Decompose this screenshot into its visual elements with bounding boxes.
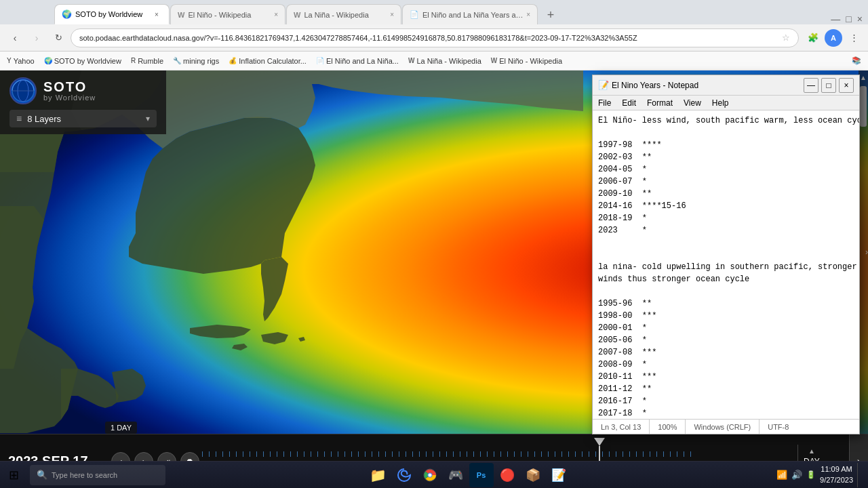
tab-title-wiki2: La Niña - Wikipedia — [304, 11, 387, 19]
notepad-content[interactable]: El Niño- less wind, south pacific warm, … — [593, 110, 859, 419]
tab-elnino-years[interactable]: 📄 El Niño and La Niña Years and... × — [402, 4, 538, 24]
interval-up[interactable]: ▲ — [808, 447, 815, 455]
bookmark-favicon-lanina: W — [408, 57, 414, 64]
tray-battery-icon[interactable]: 🔋 — [806, 470, 816, 479]
close-button[interactable]: × — [857, 14, 863, 24]
taskbar-app-steam[interactable]: 🎮 — [443, 463, 468, 487]
bookmark-soto[interactable]: 🌍 SOTO by Worldview — [40, 56, 125, 66]
svg-point-78 — [428, 473, 431, 476]
interval-display: 1 DAY — [105, 422, 137, 434]
minimize-button[interactable]: — — [831, 14, 840, 24]
notepad-menubar: File Edit Format View Help — [593, 96, 859, 110]
profile-button[interactable]: A — [825, 29, 842, 47]
notepad-minimize-button[interactable]: — — [804, 78, 818, 93]
all-bookmarks-button[interactable]: 📚 — [848, 56, 865, 65]
tab-favicon-wiki1: W — [178, 11, 184, 19]
browser-chrome: 🌍 SOTO by Worldview × W El Niño - Wikipe… — [0, 0, 868, 70]
notepad-maximize-button[interactable]: □ — [821, 78, 836, 93]
svg-rect-66 — [629, 451, 630, 457]
svg-rect-31 — [392, 451, 393, 457]
notepad-menu-format[interactable]: Format — [642, 96, 678, 110]
bookmark-mining[interactable]: 🔧 mining rigs — [169, 56, 223, 66]
layers-button[interactable]: ≡ 8 Layers ▾ — [9, 110, 157, 127]
svg-rect-59 — [582, 451, 583, 457]
back-button[interactable]: ‹ — [5, 28, 24, 47]
extensions-button[interactable]: 🧩 — [804, 29, 822, 47]
taskbar-app-unknown2[interactable]: 📦 — [521, 463, 545, 487]
tab-favicon-wiki2: W — [294, 11, 300, 19]
svg-rect-46 — [494, 451, 494, 457]
system-tray: 📶 🔊 🔋 11:09 AM 9/27/2023 — [771, 463, 868, 487]
notepad-menu-edit[interactable]: Edit — [616, 96, 642, 110]
svg-rect-35 — [419, 451, 420, 457]
address-bar-row: ‹ › ↻ soto.podaac.earthdatacloud.nasa.go… — [0, 24, 868, 52]
svg-rect-71 — [663, 451, 664, 457]
map-scrollbar: ▲ › — [859, 70, 868, 434]
tab-soto[interactable]: 🌍 SOTO by Worldview × — [54, 4, 170, 24]
svg-rect-21 — [324, 451, 325, 457]
notepad-menu-view[interactable]: View — [678, 96, 707, 110]
svg-rect-6 — [222, 451, 223, 457]
svg-rect-69 — [650, 451, 650, 457]
scroll-thumb[interactable] — [860, 86, 867, 127]
new-tab-button[interactable]: + — [541, 5, 560, 24]
svg-rect-42 — [467, 451, 467, 457]
notepad-close-button[interactable]: × — [839, 78, 854, 93]
notepad-title: El Nino Years - Notepad — [612, 81, 801, 90]
taskbar-app-edge[interactable] — [392, 463, 416, 487]
reload-button[interactable]: ↻ — [49, 28, 68, 47]
address-bar[interactable]: soto.podaac.earthdatacloud.nasa.gov/?v=-… — [71, 28, 799, 47]
bookmark-lanina-wiki[interactable]: W La Niña - Wikipedia — [404, 56, 486, 66]
taskbar-app-unknown1[interactable]: 🔴 — [495, 463, 519, 487]
bookmark-star-icon[interactable]: ☆ — [782, 33, 790, 43]
taskbar-search-box[interactable]: 🔍 Type here to search — [30, 465, 165, 485]
notepad-titlebar[interactable]: 📝 El Nino Years - Notepad — □ × — [593, 75, 859, 96]
tray-volume-icon[interactable]: 🔊 — [791, 470, 802, 480]
tab-favicon-soto: 🌍 — [62, 9, 72, 19]
svg-rect-50 — [521, 451, 521, 457]
tray-network-icon[interactable]: 📶 — [776, 470, 787, 480]
tab-bar: 🌍 SOTO by Worldview × W El Niño - Wikipe… — [0, 0, 868, 24]
svg-rect-63 — [609, 451, 610, 457]
bookmark-elnino-wiki[interactable]: W El Niño - Wikipedia — [487, 56, 566, 66]
svg-rect-72 — [670, 451, 671, 457]
status-zoom: 100% — [650, 420, 686, 434]
start-button[interactable]: ⊞ — [0, 462, 27, 489]
tab-close-elnino[interactable]: × — [526, 11, 530, 18]
svg-rect-34 — [412, 451, 413, 457]
tray-show-desktop[interactable] — [857, 463, 863, 487]
taskbar-app-notepad[interactable]: 📝 — [547, 463, 571, 487]
svg-rect-9 — [243, 451, 243, 457]
maximize-button[interactable]: □ — [846, 14, 851, 24]
tab-close-soto[interactable]: × — [151, 9, 162, 20]
bookmark-inflation[interactable]: 💰 Inflation Calculator... — [224, 56, 311, 66]
soto-logo-text: SOTO — [43, 80, 96, 94]
notepad-icon: 📝 — [598, 80, 609, 91]
forward-button[interactable]: › — [27, 28, 46, 47]
taskbar-app-chrome[interactable] — [418, 463, 442, 487]
svg-rect-68 — [643, 451, 644, 457]
scroll-expand-icon[interactable]: › — [865, 247, 868, 257]
tab-close-wiki1[interactable]: × — [274, 11, 278, 18]
tab-wikipedia-el[interactable]: W El Niño - Wikipedia × — [170, 4, 285, 24]
notepad-menu-file[interactable]: File — [593, 96, 616, 110]
bookmark-yahoo[interactable]: Y Yahoo — [3, 56, 39, 66]
bookmark-elnino[interactable]: 📄 El Niño and La Niña... — [312, 56, 403, 66]
tab-wikipedia-la[interactable]: W La Niña - Wikipedia × — [286, 4, 401, 24]
menu-button[interactable]: ⋮ — [845, 29, 863, 47]
status-encoding: UTF-8 — [760, 420, 797, 434]
svg-rect-41 — [460, 451, 460, 457]
taskbar-app-photoshop[interactable]: Ps — [469, 463, 494, 487]
svg-rect-11 — [256, 451, 257, 457]
tray-clock[interactable]: 11:09 AM 9/27/2023 — [820, 464, 853, 485]
svg-rect-3 — [202, 451, 203, 457]
bookmark-rumble[interactable]: R Rumble — [127, 56, 167, 66]
svg-rect-22 — [331, 451, 332, 457]
svg-rect-24 — [344, 451, 345, 457]
notepad-menu-help[interactable]: Help — [707, 96, 734, 110]
svg-rect-51 — [528, 451, 528, 457]
scroll-up-arrow[interactable]: ▲ — [860, 72, 867, 83]
tab-close-wiki2[interactable]: × — [390, 11, 394, 18]
soto-logo-subtext: by Worldview — [43, 94, 96, 102]
taskbar-app-file-explorer[interactable]: 📁 — [366, 463, 391, 487]
